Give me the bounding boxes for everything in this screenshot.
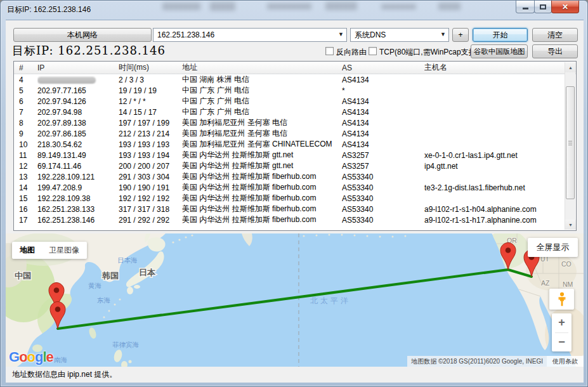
target-ip-heading: 目标IP: 162.251.238.146 [12, 43, 166, 58]
table-cell [37, 75, 119, 84]
maximize-button[interactable] [534, 1, 552, 13]
table-cell: 202.97.94.98 [37, 108, 119, 117]
table-cell: 193 / 193 / 193 [119, 140, 182, 149]
minimize-button[interactable] [516, 1, 535, 13]
column-header[interactable]: 主机名 [424, 62, 576, 73]
add-target-button[interactable]: + [452, 28, 469, 42]
table-cell: 美国 加利福尼亚州 圣何塞 电信 [182, 117, 342, 128]
table-row[interactable]: 42 / 3 / 3中国 湖南 株洲 电信AS4134 [14, 74, 576, 85]
zoom-in-button[interactable]: + [552, 313, 572, 332]
google-logo-letter: o [19, 349, 27, 365]
map-type-control: 地图 卫星图像 [12, 242, 87, 259]
table-row[interactable]: 16162.251.238.133317 / 317 / 318美国 内华达州 … [14, 204, 576, 214]
map-type-satellite-button[interactable]: 卫星图像 [49, 245, 79, 256]
table-cell: 192.228.109.121 [37, 173, 119, 181]
map-label: CO [561, 260, 572, 268]
column-header[interactable]: 时间(ms) [119, 62, 182, 73]
table-row[interactable]: 1269.174.11.46200 / 200 / 207美国 内华达州 拉斯维… [14, 161, 576, 171]
table-scrollbar[interactable]: ▲ ▼ [565, 62, 575, 230]
scroll-down-icon[interactable]: ▼ [565, 220, 576, 230]
trace-table: #IP时间(ms)地址AS主机名 42 / 3 / 3中国 湖南 株洲 电信AS… [13, 61, 577, 231]
map-label: 菲律宾海 [112, 341, 140, 348]
table-cell: 69.174.11.46 [37, 162, 119, 171]
table-row[interactable]: 1189.149.131.49193 / 193 / 194美国 内华达州 拉斯… [14, 150, 576, 161]
table-row[interactable]: 10218.30.54.62193 / 193 / 193美国 加利福尼亚州 圣… [14, 139, 576, 150]
chevron-down-icon[interactable]: ▼ [440, 31, 446, 37]
local-network-button[interactable]: 本机网络 [13, 28, 152, 42]
table-cell: 19 / 19 / 19 [119, 86, 182, 95]
chevron-down-icon[interactable]: ▼ [338, 31, 344, 37]
column-header[interactable]: IP [37, 63, 119, 72]
tcp-label[interactable]: TCP(80端口,需WinPcap支持) [379, 47, 479, 58]
close-button[interactable]: ✕ [551, 1, 579, 13]
column-header[interactable]: # [19, 63, 37, 72]
map-label: 中国 [15, 271, 31, 280]
terms-link[interactable]: 使用条款 [547, 356, 584, 367]
pegman-icon [557, 292, 567, 307]
table-cell: 中国 广东 广州 电信 [182, 107, 342, 117]
dns-combobox[interactable]: 系统DNS ▼ [350, 28, 449, 42]
google-logo-letter: o [27, 349, 35, 365]
background-smudge [381, 4, 416, 10]
tcp-checkbox[interactable] [369, 47, 377, 55]
table-row[interactable]: 14199.47.208.9190 / 190 / 191美国 内华达州 拉斯维… [14, 182, 576, 193]
table-cell: AS53340 [342, 194, 424, 203]
table-cell: AS53340 [342, 183, 424, 192]
title-bar[interactable]: 目标IP: 162.251.238.146 ✕ [1, 1, 587, 20]
table-row[interactable]: 6202.97.94.12612 / * / *中国 广东 广州 电信AS413… [14, 96, 576, 107]
pegman-button[interactable] [549, 289, 574, 310]
column-header[interactable]: 地址 [182, 62, 342, 73]
route-map[interactable]: 中国韩国日本日本海黄海东海北太平洋菲律宾海南海ORUTCOAZNM 地图 卫星图… [6, 233, 584, 367]
map-label: 黄海 [88, 282, 102, 289]
table-cell: 中国 湖南 株洲 电信 [182, 74, 342, 85]
table-cell: 美国 内华达州 拉斯维加斯 fiberhub.com [182, 171, 342, 182]
table-cell: 中国 广东 广州 电信 [182, 85, 342, 96]
google-logo[interactable]: Google [9, 349, 53, 365]
google-cn-map-button[interactable]: 谷歌中国版地图 [471, 44, 528, 58]
google-logo-letter: g [35, 349, 42, 365]
scrollbar-thumb[interactable] [566, 86, 575, 199]
table-row[interactable]: 15192.228.109.38192 / 192 / 192美国 内华达州 拉… [14, 193, 576, 204]
table-cell: a9-l102-r1-s1-h17.alphanine.com [424, 216, 576, 225]
table-cell: 202.97.77.165 [37, 86, 119, 95]
table-cell: 9 [19, 129, 37, 138]
map-label: 北太平洋 [310, 296, 351, 305]
google-logo-letter: G [9, 349, 19, 365]
clear-button[interactable]: 清空 [532, 28, 578, 42]
column-header[interactable]: AS [342, 63, 424, 72]
table-row[interactable]: 17162.251.238.146291 / 292 / 292美国 内华达州 … [14, 214, 576, 225]
background-smudge [438, 3, 461, 10]
table-row[interactable]: 13192.228.109.121291 / 303 / 304美国 内华达州 … [14, 171, 576, 182]
fullscreen-button[interactable]: 全屏显示 [528, 238, 578, 257]
trace-table-body: 42 / 3 / 3中国 湖南 株洲 电信AS41345202.97.77.16… [14, 74, 576, 225]
reverse-route-checkbox[interactable] [325, 47, 334, 55]
table-row[interactable]: 5202.97.77.16519 / 19 / 19中国 广东 广州 电信* [14, 85, 576, 96]
table-row[interactable]: 7202.97.94.9814 / 15 / 17中国 广东 广州 电信AS41… [14, 107, 576, 117]
table-cell: AS4134 [342, 75, 424, 84]
zoom-out-button[interactable]: − [552, 333, 572, 352]
table-cell: 192.228.109.38 [37, 194, 119, 203]
map-label: 日本 [139, 268, 156, 277]
redacted-ip [37, 77, 96, 84]
window-title: 目标IP: 162.251.238.146 [7, 4, 91, 15]
table-cell: 291 / 292 / 292 [119, 216, 182, 225]
table-cell: 193 / 193 / 194 [119, 151, 182, 160]
table-cell: ip4.gtt.net [424, 162, 576, 171]
map-type-map-button[interactable]: 地图 [20, 245, 35, 256]
background-smudge [267, 3, 311, 10]
reverse-route-label[interactable]: 反向路由 [336, 47, 367, 58]
table-cell: 162.251.238.133 [37, 205, 119, 214]
table-cell: 14 [19, 183, 37, 192]
map-land [6, 233, 584, 367]
table-cell: AS3257 [342, 162, 424, 171]
table-cell: AS4134 [342, 97, 424, 106]
table-row[interactable]: 9202.97.86.185212 / 213 / 214美国 加利福尼亚州 圣… [14, 128, 576, 139]
scroll-up-icon[interactable]: ▲ [565, 62, 576, 72]
table-cell: 317 / 317 / 318 [119, 205, 182, 214]
export-button[interactable]: 导出 [532, 44, 578, 58]
table-cell: 162.251.238.146 [37, 216, 119, 225]
start-button[interactable]: 开始 [473, 28, 528, 42]
target-ip-combobox[interactable]: 162.251.238.146 ▼ [153, 28, 347, 42]
table-row[interactable]: 8202.97.89.138197 / 197 / 199美国 加利福尼亚州 圣… [14, 117, 576, 128]
table-cell: 212 / 213 / 214 [119, 129, 182, 138]
